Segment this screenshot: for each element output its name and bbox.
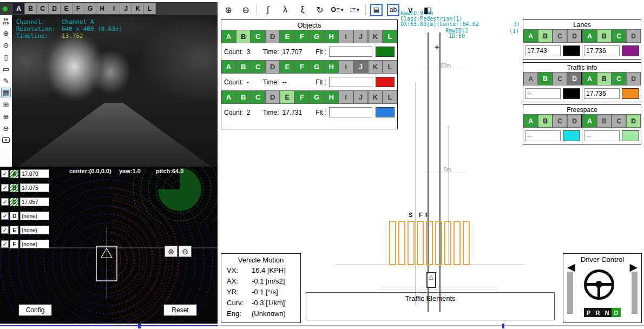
- zoom-out-icon[interactable]: ⊖: [179, 246, 192, 257]
- channel-letter-button[interactable]: D: [265, 90, 280, 104]
- channel-letter-button[interactable]: D: [567, 114, 582, 128]
- channel-time-input[interactable]: [20, 183, 49, 192]
- lambda-tool-icon[interactable]: λ: [279, 3, 292, 16]
- channel-letter-button[interactable]: J: [353, 60, 368, 74]
- channel-letter-button[interactable]: A: [523, 114, 538, 128]
- channel-letter-button[interactable]: C: [251, 30, 265, 43]
- channel-tab[interactable]: E: [61, 3, 73, 14]
- channel-tab[interactable]: C: [37, 3, 49, 14]
- channel-checkbox[interactable]: ✓: [1, 198, 9, 206]
- channel-letter-button[interactable]: F: [294, 30, 309, 43]
- channel-letter-button[interactable]: A: [582, 29, 597, 43]
- channel-checkbox[interactable]: ✓: [1, 212, 9, 220]
- label-view-toggle[interactable]: ab: [387, 4, 399, 16]
- reset-button[interactable]: Reset: [163, 304, 197, 316]
- zoom-out-icon[interactable]: ⊖: [239, 3, 252, 16]
- channel-letter-button[interactable]: B: [538, 29, 553, 43]
- channel-letter-button[interactable]: F: [294, 60, 309, 74]
- channel-letter-button[interactable]: K: [368, 60, 383, 74]
- channel-letter-button[interactable]: C: [612, 72, 626, 85]
- channel-letter-button[interactable]: C: [251, 60, 265, 74]
- channel-tab[interactable]: A: [13, 3, 25, 14]
- channel-letter-button[interactable]: G: [309, 90, 324, 104]
- config-button[interactable]: Config: [18, 304, 52, 316]
- channel-tab[interactable]: F: [73, 3, 84, 14]
- channel-letter-button[interactable]: A: [221, 30, 236, 43]
- channel-letter-button[interactable]: C: [612, 114, 626, 128]
- camera-snapshot-icon[interactable]: [1, 135, 11, 145]
- zoom-in-icon[interactable]: ⊕: [1, 28, 11, 38]
- channel-tab[interactable]: D: [49, 3, 61, 14]
- channel-letter-button[interactable]: J: [353, 30, 368, 43]
- channel-tab[interactable]: I: [108, 3, 120, 14]
- channel-letter-button[interactable]: B: [236, 30, 251, 43]
- channel-letter-button[interactable]: A: [582, 114, 597, 128]
- channel-time-input[interactable]: [20, 169, 49, 178]
- object-options-dropdown[interactable]: O≡▾: [331, 3, 344, 16]
- zoom-out-icon[interactable]: ⊖: [1, 40, 11, 50]
- channel-letter-button[interactable]: I: [339, 90, 353, 104]
- channel-time-input[interactable]: [20, 198, 49, 206]
- channel-letter-button[interactable]: A: [221, 90, 236, 104]
- channel-letter-button[interactable]: C: [553, 72, 567, 85]
- channel-letter-button[interactable]: I: [339, 30, 353, 43]
- channel-tab[interactable]: H: [96, 3, 108, 14]
- channel-tab[interactable]: B: [25, 3, 37, 14]
- channel-checkbox[interactable]: ✓: [1, 170, 9, 177]
- export-icon[interactable]: ⊞: [1, 100, 11, 109]
- channel-letter-button[interactable]: D: [265, 30, 280, 43]
- channel-letter-button[interactable]: B: [597, 72, 612, 85]
- channel-letter-button[interactable]: B: [236, 60, 251, 74]
- channel-letter-button[interactable]: H: [324, 60, 339, 74]
- channel-letter-button[interactable]: L: [383, 30, 397, 43]
- channel-letter-button[interactable]: G: [309, 30, 324, 43]
- fit-vertical-icon[interactable]: ▯: [1, 52, 11, 62]
- channel-tab[interactable]: K: [132, 3, 144, 14]
- filter-input[interactable]: [329, 77, 372, 87]
- channel-checkbox[interactable]: ✓: [1, 240, 9, 248]
- channel-letter-button[interactable]: J: [353, 90, 368, 104]
- channel-tab[interactable]: L: [144, 3, 156, 14]
- xi-tool-icon[interactable]: ξ: [296, 3, 309, 16]
- channel-tab[interactable]: G: [84, 3, 96, 14]
- channel-letter-button[interactable]: E: [280, 90, 294, 104]
- contrast-tool-icon[interactable]: ◧: [421, 3, 434, 16]
- channel-time-input[interactable]: [20, 212, 49, 220]
- zoom-in-icon[interactable]: ⊕: [222, 3, 235, 16]
- filter-input[interactable]: [329, 107, 372, 117]
- channel-letter-button[interactable]: H: [324, 30, 339, 43]
- channel-letter-button[interactable]: C: [553, 29, 567, 43]
- channel-letter-button[interactable]: D: [626, 72, 641, 85]
- channel-letter-button[interactable]: H: [324, 90, 339, 104]
- channel-letter-button[interactable]: B: [236, 90, 251, 104]
- channel-letter-button[interactable]: D: [567, 29, 582, 43]
- filter-input[interactable]: [329, 47, 372, 57]
- channel-letter-button[interactable]: G: [309, 60, 324, 74]
- channel-letter-button[interactable]: B: [538, 72, 553, 85]
- channel-letter-button[interactable]: E: [280, 30, 294, 43]
- funnel-tool-icon[interactable]: ∨: [404, 3, 417, 16]
- pointcloud-tool-icon[interactable]: ▦: [1, 88, 11, 97]
- channel-letter-button[interactable]: B: [597, 29, 612, 43]
- channel-letter-button[interactable]: K: [368, 90, 383, 104]
- annotate-pen-icon[interactable]: ✎: [1, 76, 11, 85]
- channel-letter-button[interactable]: F: [294, 90, 309, 104]
- channel-time-input[interactable]: [20, 226, 49, 234]
- channel-letter-button[interactable]: C: [612, 29, 626, 43]
- channel-time-input[interactable]: [20, 240, 49, 248]
- channel-letter-button[interactable]: C: [553, 114, 567, 128]
- channel-checkbox[interactable]: ✓: [1, 184, 9, 192]
- channel-letter-button[interactable]: A: [523, 72, 538, 85]
- channel-letter-button[interactable]: C: [251, 90, 265, 104]
- zoom-in-icon[interactable]: ⊕: [165, 246, 178, 257]
- channel-letter-button[interactable]: I: [339, 60, 353, 74]
- channel-letter-button[interactable]: A: [582, 72, 597, 85]
- list-options-dropdown[interactable]: :≡▾: [348, 3, 361, 16]
- increase-icon[interactable]: ⊕: [1, 111, 11, 121]
- channel-letter-button[interactable]: L: [383, 90, 397, 104]
- channel-letter-button[interactable]: D: [626, 29, 641, 43]
- channel-tab[interactable]: J: [120, 3, 132, 14]
- panel-view-toggle[interactable]: ▤: [370, 4, 383, 16]
- channel-letter-button[interactable]: L: [383, 60, 397, 74]
- hi-res-button[interactable]: Hi res: [1, 16, 11, 26]
